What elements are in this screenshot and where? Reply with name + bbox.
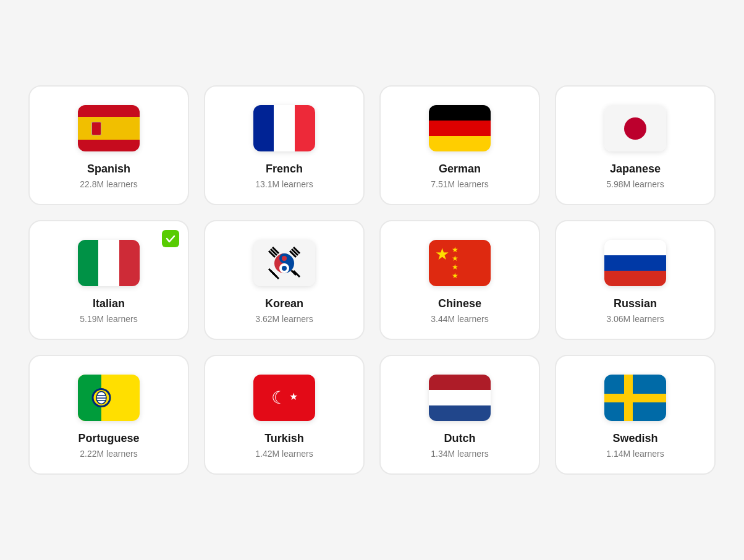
flag-chinese: ★ ★ ★ ★ ★ (429, 240, 491, 286)
flag-korean (253, 240, 315, 286)
language-name-turkish: Turkish (264, 432, 304, 445)
selected-checkmark-italian (162, 230, 179, 247)
language-card-french[interactable]: French 13.1M learners (204, 85, 365, 205)
learners-count-chinese: 3.44M learners (431, 314, 488, 324)
language-grid: Spanish 22.8M learners French 13.1M lear… (28, 85, 716, 475)
language-card-turkish[interactable]: ☾ ★ Turkish 1.42M learners (204, 355, 365, 475)
language-card-portuguese[interactable]: Portuguese 2.22M learners (28, 355, 189, 475)
flag-japanese (604, 105, 666, 151)
flag-italian (78, 240, 140, 286)
flag-french (253, 105, 315, 151)
language-name-russian: Russian (614, 297, 657, 310)
language-name-chinese: Chinese (438, 297, 481, 310)
language-card-german[interactable]: German 7.51M learners (379, 85, 540, 205)
flag-spanish (78, 105, 140, 151)
flag-turkish: ☾ ★ (253, 375, 315, 421)
language-name-italian: Italian (93, 297, 125, 310)
learners-count-dutch: 1.34M learners (431, 449, 488, 459)
svg-point-13 (282, 256, 287, 261)
language-card-chinese[interactable]: ★ ★ ★ ★ ★ Chinese 3.44M learners (379, 220, 540, 340)
language-card-japanese[interactable]: Japanese 5.98M learners (555, 85, 716, 205)
learners-count-russian: 3.06M learners (606, 314, 664, 324)
language-card-italian[interactable]: Italian 5.19M learners (28, 220, 189, 340)
language-name-dutch: Dutch (444, 432, 476, 445)
learners-count-swedish: 1.14M learners (606, 449, 664, 459)
language-card-spanish[interactable]: Spanish 22.8M learners (28, 85, 189, 205)
language-card-swedish[interactable]: Swedish 1.14M learners (555, 355, 716, 475)
language-card-dutch[interactable]: Dutch 1.34M learners (379, 355, 540, 475)
learners-count-german: 7.51M learners (431, 179, 488, 189)
learners-count-turkish: 1.42M learners (255, 449, 313, 459)
flag-russian (604, 240, 666, 286)
learners-count-french: 13.1M learners (255, 179, 313, 189)
learners-count-spanish: 22.8M learners (80, 179, 137, 189)
flag-portuguese (78, 375, 140, 421)
language-card-korean[interactable]: Korean 3.62M learners (204, 220, 365, 340)
language-name-swedish: Swedish (612, 432, 657, 445)
learners-count-italian: 5.19M learners (80, 314, 137, 324)
language-name-japanese: Japanese (610, 163, 661, 176)
flag-german (429, 105, 491, 151)
language-name-portuguese: Portuguese (78, 432, 139, 445)
flag-swedish (604, 375, 666, 421)
learners-count-portuguese: 2.22M learners (80, 449, 137, 459)
svg-point-14 (282, 266, 287, 271)
language-name-spanish: Spanish (87, 163, 130, 176)
language-name-french: French (266, 163, 303, 176)
learners-count-korean: 3.62M learners (255, 314, 313, 324)
language-card-russian[interactable]: Russian 3.06M learners (555, 220, 716, 340)
learners-count-japanese: 5.98M learners (606, 179, 664, 189)
language-name-german: German (439, 163, 481, 176)
language-name-korean: Korean (265, 297, 303, 310)
flag-dutch (429, 375, 491, 421)
